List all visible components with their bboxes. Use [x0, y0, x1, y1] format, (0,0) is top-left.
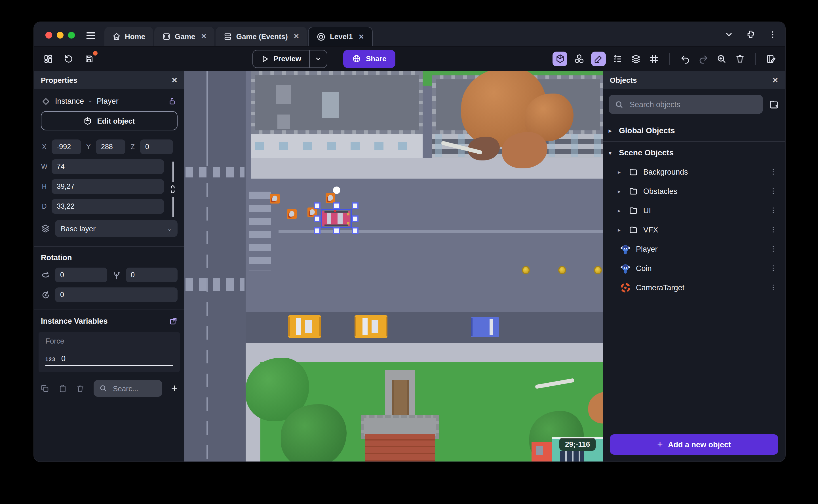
selection-handle[interactable]: [314, 215, 320, 222]
layers-icon[interactable]: [630, 52, 642, 65]
toggle-3d-view-icon[interactable]: [553, 51, 567, 66]
lock-open-icon[interactable]: [168, 97, 176, 105]
variable-value-row[interactable]: 123 0: [45, 349, 173, 366]
kebab-menu-icon[interactable]: [769, 187, 777, 195]
edit-mode-pencil-icon[interactable]: [591, 51, 606, 66]
scene-canvas[interactable]: 29;-116: [184, 71, 603, 461]
selection-handle[interactable]: [333, 202, 340, 209]
minimize-window-button[interactable]: [57, 32, 64, 39]
selection-handle[interactable]: [352, 202, 358, 209]
paste-icon[interactable]: [58, 384, 67, 393]
delete-variable-icon[interactable]: [76, 384, 84, 393]
separator: -: [89, 97, 92, 105]
close-objects-icon[interactable]: ✕: [772, 76, 778, 84]
copy-icon[interactable]: [41, 384, 49, 393]
scene-objects-group[interactable]: ▾ Scene Objects: [609, 143, 779, 162]
layer-select[interactable]: Base layer ⌄: [55, 220, 177, 237]
selection-handle[interactable]: [333, 227, 340, 234]
castle-bricks[interactable]: [365, 434, 435, 461]
close-tab-icon[interactable]: ✕: [293, 32, 299, 40]
objects-search-input[interactable]: [629, 99, 757, 109]
building-roof-left[interactable]: [251, 71, 423, 134]
variables-search[interactable]: [94, 380, 162, 397]
rotation-y-input[interactable]: [126, 268, 177, 282]
road-vertical[interactable]: [184, 71, 246, 461]
object-item-player[interactable]: Player: [609, 239, 779, 259]
tab-home[interactable]: Home: [104, 27, 153, 46]
add-folder-icon[interactable]: [769, 99, 779, 110]
close-window-button[interactable]: [45, 32, 52, 39]
kebab-menu-icon[interactable]: [769, 226, 777, 234]
width-input[interactable]: [52, 159, 164, 174]
x-input[interactable]: [52, 139, 81, 154]
selection-handle[interactable]: [314, 227, 320, 234]
rotation-z-input[interactable]: [55, 287, 177, 302]
selection-handle[interactable]: [314, 202, 320, 209]
grid-icon[interactable]: [648, 52, 660, 65]
tab-game-events[interactable]: Game (Events) ✕: [216, 27, 307, 46]
objects-search[interactable]: [609, 95, 763, 114]
crate-obstacle[interactable]: [270, 194, 280, 204]
kebab-menu-icon[interactable]: [769, 168, 777, 176]
object-item-obstacles[interactable]: ▸ Obstacles: [609, 181, 779, 201]
preview-button[interactable]: Preview: [253, 54, 309, 63]
variables-search-input[interactable]: [112, 384, 151, 393]
zoom-in-icon[interactable]: [715, 52, 728, 65]
car-blue[interactable]: [471, 317, 499, 337]
y-input[interactable]: [96, 139, 125, 154]
variable-name[interactable]: Force: [45, 337, 173, 349]
rotation-handle[interactable]: [333, 187, 340, 194]
kebab-menu-icon[interactable]: [769, 283, 777, 291]
object-item-coin[interactable]: Coin: [609, 259, 779, 278]
selection-handle[interactable]: [352, 215, 358, 222]
depth-input[interactable]: [52, 199, 164, 214]
variable-value: 0: [61, 354, 65, 363]
extensions-puzzle-icon[interactable]: [746, 29, 756, 39]
history-icon[interactable]: [62, 52, 75, 65]
close-properties-icon[interactable]: ✕: [171, 76, 177, 84]
crate-obstacle[interactable]: [287, 209, 297, 219]
kebab-menu-icon[interactable]: [769, 264, 777, 272]
undo-icon[interactable]: [679, 52, 692, 65]
coin[interactable]: [594, 266, 602, 274]
scene-properties-icon[interactable]: [765, 52, 777, 65]
add-new-object-button[interactable]: + Add a new object: [610, 434, 778, 455]
kebab-menu-icon[interactable]: [768, 30, 777, 39]
zoom-window-button[interactable]: [68, 32, 75, 39]
global-objects-group[interactable]: ▸ Global Objects: [609, 121, 779, 140]
edit-object-button[interactable]: Edit object: [41, 111, 177, 130]
chevron-down-icon[interactable]: [724, 30, 734, 39]
project-manager-icon[interactable]: [42, 52, 54, 65]
object-item-vfx[interactable]: ▸ VFX: [609, 220, 779, 239]
save-icon[interactable]: [83, 52, 95, 65]
redo-icon[interactable]: [697, 52, 710, 65]
car-yellow[interactable]: [288, 315, 321, 338]
kebab-menu-icon[interactable]: [769, 206, 777, 214]
share-button[interactable]: Share: [343, 50, 395, 68]
kebab-menu-icon[interactable]: [769, 245, 777, 253]
menu-hamburger-icon[interactable]: [85, 30, 96, 41]
car-yellow[interactable]: [354, 315, 387, 338]
tab-level1[interactable]: Level1 ✕: [308, 27, 373, 46]
z-input[interactable]: [140, 139, 173, 154]
player-car-selected[interactable]: [322, 211, 350, 226]
crate-obstacle[interactable]: [325, 193, 335, 203]
proportional-resize-control[interactable]: [168, 159, 177, 219]
close-tab-icon[interactable]: ✕: [201, 32, 207, 40]
coin[interactable]: [558, 266, 566, 274]
open-variables-external-icon[interactable]: [169, 317, 177, 325]
tab-game[interactable]: Game ✕: [154, 27, 214, 46]
rotation-x-input[interactable]: [55, 268, 107, 282]
close-tab-icon[interactable]: ✕: [358, 33, 364, 41]
object-item-ui[interactable]: ▸ UI: [609, 201, 779, 220]
add-variable-button[interactable]: +: [171, 382, 177, 395]
objects-3d-icon[interactable]: [573, 52, 586, 65]
trash-icon[interactable]: [734, 52, 746, 65]
object-item-backgrounds[interactable]: ▸ Backgrounds: [609, 162, 779, 181]
selection-handle[interactable]: [352, 227, 358, 234]
height-input[interactable]: [52, 179, 164, 194]
instances-list-icon[interactable]: [612, 52, 624, 65]
preview-options-dropdown[interactable]: [309, 50, 327, 67]
coin[interactable]: [522, 266, 530, 274]
object-item-cameratarget[interactable]: CameraTarget: [609, 278, 779, 297]
